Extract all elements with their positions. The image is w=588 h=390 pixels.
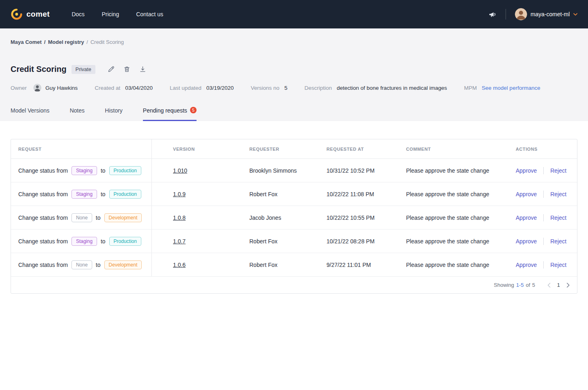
showing-label: Showing: [494, 282, 514, 288]
nav-links: Docs Pricing Contact us: [70, 9, 165, 20]
request-cell: Change status from Staging to Production: [11, 230, 152, 253]
see-model-performance-link[interactable]: See model performance: [482, 85, 540, 91]
tab-pending-requests-label: Pending requests: [143, 107, 187, 114]
requested-at-cell: 10/22/22 11:08 PM: [326, 182, 406, 206]
status-badge-to: Production: [109, 190, 141, 199]
versions-label: Versions no: [251, 85, 280, 91]
status-badge-to: Production: [109, 237, 141, 246]
table-row: Change status from None to Development 1…: [11, 253, 577, 277]
request-cell: Change status from None to Development: [11, 253, 152, 276]
request-text: Change status from: [18, 238, 68, 245]
action-divider: [543, 261, 544, 269]
requester-cell: Brooklyn Simmons: [249, 159, 326, 182]
approve-button[interactable]: Approve: [516, 191, 537, 197]
created-label: Created at: [95, 85, 120, 91]
status-badge-from: Staging: [71, 237, 97, 246]
pager: 1: [547, 282, 570, 288]
version-link[interactable]: 1.0.8: [173, 214, 186, 221]
comment-cell: Please approve the state change: [406, 182, 516, 206]
reject-button[interactable]: Reject: [550, 214, 566, 221]
pending-count-badge: 5: [190, 107, 197, 113]
comment-cell: Please approve the state change: [406, 206, 516, 229]
requested-at-cell: 10/21/22 08:28 PM: [326, 230, 406, 253]
reject-button[interactable]: Reject: [550, 262, 566, 268]
actions-cell: Approve Reject: [516, 253, 577, 276]
user-menu[interactable]: maya-comet-ml: [515, 8, 577, 20]
status-badge-from: None: [71, 213, 92, 222]
tab-pending-requests[interactable]: Pending requests 5: [143, 107, 197, 121]
requester-cell: Robert Fox: [249, 253, 326, 276]
nav-divider: [506, 9, 506, 20]
request-to-text: to: [96, 262, 101, 268]
chevron-left-icon[interactable]: [547, 283, 551, 288]
description-value: detection of bone fractures in medical i…: [337, 85, 447, 91]
table-row: Change status from Staging to Production…: [11, 230, 577, 253]
page-number[interactable]: 1: [557, 282, 560, 288]
actions-cell: Approve Reject: [516, 206, 577, 229]
request-cell: Change status from None to Development: [11, 206, 152, 229]
actions-cell: Approve Reject: [516, 230, 577, 253]
title-actions: [108, 66, 146, 73]
mpm-label: MPM: [464, 85, 477, 91]
showing-of: of: [526, 282, 530, 288]
meta-owner: Owner Guy Hawkins: [11, 84, 78, 92]
download-icon[interactable]: [139, 66, 146, 73]
header-actions: ACTIONS: [516, 139, 577, 158]
updated-value: 03/19/2020: [206, 85, 234, 91]
requested-at-cell: 10/31/22 10:52 PM: [326, 159, 406, 182]
nav-item-pricing[interactable]: Pricing: [100, 9, 121, 20]
breadcrumb-item-workspace[interactable]: Maya Comet: [11, 39, 42, 45]
table-header-row: REQUEST VERSION REQUESTER REQUESTED AT C…: [11, 139, 577, 159]
model-meta-row: Owner Guy Hawkins Created at 03/04/2020 …: [11, 84, 577, 92]
action-divider: [543, 214, 544, 221]
tab-notes[interactable]: Notes: [70, 107, 85, 121]
meta-created: Created at 03/04/2020: [95, 85, 153, 91]
trash-icon[interactable]: [123, 66, 130, 73]
approve-button[interactable]: Approve: [516, 262, 537, 268]
request-text: Change status from: [18, 262, 68, 268]
chevron-right-icon[interactable]: [566, 283, 570, 288]
approve-button[interactable]: Approve: [516, 238, 537, 245]
reject-button[interactable]: Reject: [550, 167, 566, 174]
version-link[interactable]: 1.010: [173, 167, 187, 174]
versions-value: 5: [284, 85, 288, 91]
action-divider: [543, 238, 544, 245]
status-badge-from: Staging: [71, 190, 97, 199]
pagination-row: Showing 1-5 of 5 1: [11, 277, 577, 293]
version-link[interactable]: 1.0.9: [173, 191, 186, 197]
reject-button[interactable]: Reject: [550, 191, 566, 197]
version-link[interactable]: 1.0.7: [173, 238, 186, 245]
breadcrumb-item-model-registry[interactable]: Model registry: [48, 39, 84, 45]
approve-button[interactable]: Approve: [516, 167, 537, 174]
top-navbar: comet Docs Pricing Contact us maya-comet…: [0, 0, 588, 28]
meta-description: Description detection of bone fractures …: [305, 85, 447, 91]
table-row: Change status from Staging to Production…: [11, 159, 577, 182]
breadcrumb-separator: /: [86, 39, 88, 45]
nav-item-docs[interactable]: Docs: [70, 9, 86, 20]
title-row: Credit Scoring Private: [11, 65, 577, 74]
comment-cell: Please approve the state change: [406, 159, 516, 182]
brand-name: comet: [26, 10, 50, 19]
breadcrumb: Maya Comet / Model registry / Credit Sco…: [11, 39, 577, 45]
requester-cell: Robert Fox: [249, 230, 326, 253]
chevron-down-icon: [573, 13, 577, 16]
header-version: VERSION: [152, 139, 249, 158]
edit-icon[interactable]: [108, 66, 115, 73]
updated-label: Last updated: [170, 85, 201, 91]
tab-model-versions[interactable]: Model Versions: [11, 107, 50, 121]
meta-updated: Last updated 03/19/2020: [170, 85, 234, 91]
description-label: Description: [305, 85, 332, 91]
showing-text: Showing 1-5 of 5: [494, 282, 535, 288]
approve-button[interactable]: Approve: [516, 214, 537, 221]
header-requested-at: REQUESTED AT: [326, 139, 406, 158]
version-cell: 1.0.7: [152, 230, 249, 253]
nav-item-contact-us[interactable]: Contact us: [134, 9, 165, 20]
request-cell: Change status from Staging to Production: [11, 182, 152, 206]
request-to-text: to: [101, 167, 106, 174]
version-link[interactable]: 1.0.6: [173, 262, 186, 268]
comet-logo[interactable]: comet: [11, 8, 50, 20]
megaphone-icon[interactable]: [488, 10, 497, 19]
reject-button[interactable]: Reject: [550, 238, 566, 245]
comet-logo-icon: [11, 8, 23, 20]
tab-history[interactable]: History: [105, 107, 123, 121]
